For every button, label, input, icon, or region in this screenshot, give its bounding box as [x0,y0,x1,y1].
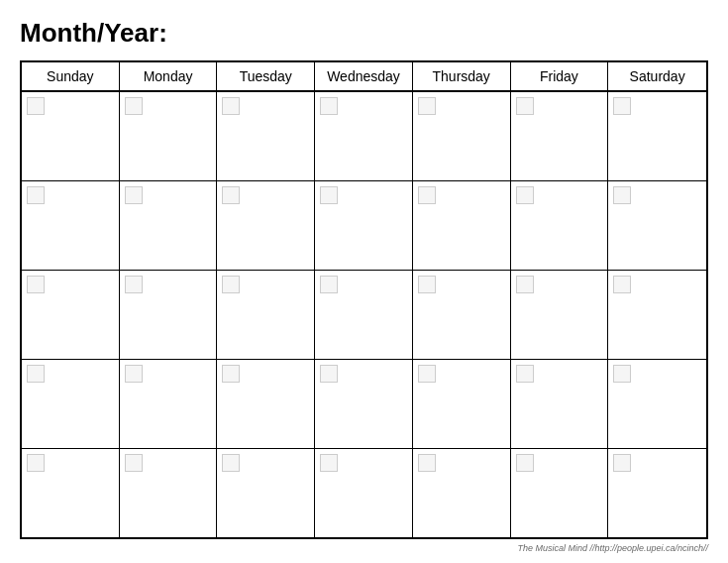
calendar-cell[interactable] [608,181,706,270]
date-box [320,454,338,472]
calendar-row [22,181,706,271]
calendar-cell[interactable] [413,449,511,537]
calendar-cell[interactable] [608,360,706,448]
footer-credit: The Musical Mind //http://people.upei.ca… [20,539,708,553]
calendar-cell[interactable] [22,449,120,537]
date-box [222,186,240,204]
calendar-body [22,92,706,537]
calendar-cell[interactable] [315,271,413,359]
calendar-row [22,92,706,181]
calendar-cell[interactable] [413,181,511,270]
calendar-row [22,449,706,537]
date-box [418,454,436,472]
date-box [27,365,45,383]
calendar-header: Sunday Monday Tuesday Wednesday Thursday… [22,62,706,92]
date-box [222,454,240,472]
calendar-cell[interactable] [608,92,706,180]
calendar-cell[interactable] [120,92,218,180]
date-box [320,365,338,383]
date-box [516,276,534,293]
day-friday: Friday [511,62,609,90]
day-wednesday: Wednesday [315,62,413,90]
date-box [516,454,534,472]
calendar-cell[interactable] [22,360,120,448]
date-box [418,276,436,293]
page-title: Month/Year: [20,18,708,49]
calendar-cell[interactable] [315,92,413,180]
date-box [222,276,240,293]
date-box [27,454,45,472]
day-monday: Monday [120,62,218,90]
calendar-cell[interactable] [120,271,218,359]
calendar-cell[interactable] [315,360,413,448]
date-box [418,186,436,204]
calendar-cell[interactable] [217,360,315,448]
date-box [125,276,143,293]
calendar-cell[interactable] [217,449,315,537]
date-box [516,97,534,115]
date-box [418,365,436,383]
calendar-cell[interactable] [413,92,511,180]
calendar-cell[interactable] [22,92,120,180]
date-box [613,276,631,293]
date-box [516,186,534,204]
date-box [320,97,338,115]
calendar-cell[interactable] [217,92,315,180]
date-box [613,454,631,472]
date-box [613,365,631,383]
calendar-cell[interactable] [120,449,218,537]
date-box [125,97,143,115]
date-box [222,97,240,115]
calendar-cell[interactable] [120,181,218,270]
calendar-cell[interactable] [413,360,511,448]
date-box [613,186,631,204]
date-box [613,97,631,115]
calendar-cell[interactable] [217,181,315,270]
calendar-row [22,360,706,449]
date-box [320,276,338,293]
date-box [27,97,45,115]
date-box [320,186,338,204]
calendar-cell[interactable] [608,271,706,359]
date-box [125,186,143,204]
calendar-cell[interactable] [413,271,511,359]
calendar-cell[interactable] [22,271,120,359]
date-box [125,454,143,472]
date-box [27,186,45,204]
calendar-cell[interactable] [511,271,609,359]
calendar-cell[interactable] [511,92,609,180]
day-tuesday: Tuesday [217,62,315,90]
calendar-cell[interactable] [217,271,315,359]
calendar-cell[interactable] [511,181,609,270]
day-thursday: Thursday [413,62,511,90]
calendar: Sunday Monday Tuesday Wednesday Thursday… [20,60,708,539]
calendar-cell[interactable] [315,449,413,537]
date-box [222,365,240,383]
calendar-cell[interactable] [315,181,413,270]
date-box [125,365,143,383]
calendar-cell[interactable] [608,449,706,537]
day-sunday: Sunday [22,62,120,90]
calendar-cell[interactable] [22,181,120,270]
date-box [418,97,436,115]
date-box [516,365,534,383]
calendar-cell[interactable] [120,360,218,448]
calendar-cell[interactable] [511,360,609,448]
calendar-row [22,271,706,360]
day-saturday: Saturday [608,62,706,90]
calendar-cell[interactable] [511,449,609,537]
date-box [27,276,45,293]
